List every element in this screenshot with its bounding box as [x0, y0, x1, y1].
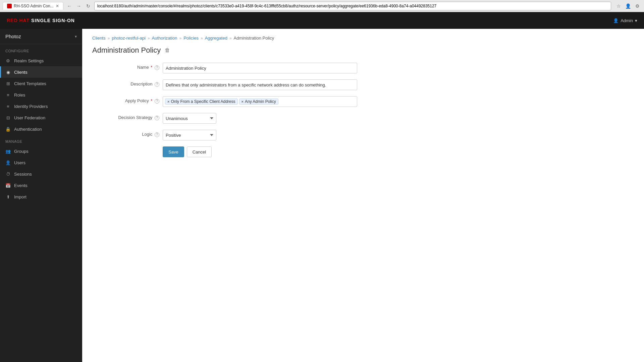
bookmark-button[interactable]: ☆: [614, 2, 623, 10]
breadcrumb-current: Administration Policy: [234, 36, 274, 41]
sidebar-item-events[interactable]: 📅 Events: [0, 180, 82, 191]
reload-button[interactable]: ↻: [84, 2, 92, 10]
breadcrumb-aggregated[interactable]: Aggregated: [205, 36, 227, 41]
sidebar-item-clients[interactable]: ◉ Clients: [0, 66, 82, 78]
browser-tab[interactable]: RH-SSO Admin Con... ✕: [3, 2, 63, 10]
clients-icon: ◉: [5, 69, 11, 75]
content-area: Clients » photoz-restful-api » Authoriza…: [82, 29, 644, 362]
close-tab-button[interactable]: ✕: [56, 4, 59, 8]
breadcrumb-photoz-api[interactable]: photoz-restful-api: [112, 36, 145, 41]
name-field-group: Name * ?: [92, 63, 634, 73]
realm-settings-icon: ⚙: [5, 58, 11, 63]
tag-client-address-label: Only From a Specific Client Address: [171, 99, 235, 104]
profile-button[interactable]: 👤: [624, 2, 632, 10]
apply-policy-field-group: Apply Policy * ? × Only From a Specific …: [92, 96, 634, 107]
breadcrumb-sep-5: »: [229, 36, 232, 41]
breadcrumb-sep-4: »: [201, 36, 203, 41]
user-icon: 👤: [613, 18, 619, 23]
tab-title: RH-SSO Admin Con...: [14, 4, 54, 8]
apply-policy-help-icon[interactable]: ?: [155, 99, 159, 104]
app-container: RED HAT SINGLE SIGN-ON 👤 Admin ▾ Photoz …: [0, 12, 644, 362]
description-label: Description ?: [92, 79, 159, 87]
sidebar-item-sessions-label: Sessions: [14, 172, 32, 177]
back-button[interactable]: ←: [65, 2, 73, 10]
extensions-button[interactable]: ⚙: [633, 2, 641, 10]
favicon: [7, 4, 12, 8]
logic-select[interactable]: Positive Negative: [163, 130, 216, 140]
logic-help-icon[interactable]: ?: [155, 132, 159, 137]
decision-strategy-field-group: Decision Strategy ? Unanimous Affirmativ…: [92, 113, 634, 124]
sidebar-item-identity-providers[interactable]: ≡ Identity Providers: [0, 101, 82, 112]
sidebar-item-client-templates[interactable]: ⊞ Client Templates: [0, 78, 82, 89]
decision-strategy-label: Decision Strategy ?: [92, 113, 159, 120]
form-buttons: Save Cancel: [163, 146, 634, 157]
description-field-group: Description ?: [92, 79, 634, 90]
brand-logo: RED HAT SINGLE SIGN-ON: [7, 18, 75, 23]
name-help-icon[interactable]: ?: [155, 65, 159, 70]
user-menu[interactable]: 👤 Admin ▾: [613, 18, 637, 23]
user-federation-icon: ⊟: [5, 115, 11, 120]
sidebar: Photoz ▾ Configure ⚙ Realm Settings ◉ Cl…: [0, 29, 82, 362]
users-icon: 👤: [5, 160, 11, 165]
authentication-icon: 🔒: [5, 126, 11, 132]
user-label: Admin: [621, 18, 633, 23]
delete-policy-button[interactable]: 🗑: [165, 47, 170, 53]
description-input[interactable]: [163, 79, 357, 90]
realm-name: Photoz: [5, 34, 21, 39]
sidebar-item-import[interactable]: ⬆ Import: [0, 191, 82, 202]
breadcrumb-sep-3: »: [179, 36, 181, 41]
sidebar-item-user-federation[interactable]: ⊟ User Federation: [0, 112, 82, 123]
decision-strategy-help-icon[interactable]: ?: [155, 116, 159, 120]
sidebar-item-users-label: Users: [14, 160, 25, 165]
logic-label: Logic ?: [92, 130, 159, 137]
import-icon: ⬆: [5, 194, 11, 199]
sidebar-item-user-federation-label: User Federation: [14, 115, 45, 120]
sidebar-item-roles[interactable]: ≡ Roles: [0, 89, 82, 101]
apply-policy-required-star: *: [151, 98, 152, 103]
groups-icon: 👥: [5, 148, 11, 154]
name-input[interactable]: [163, 63, 357, 73]
tag-client-address: × Only From a Specific Client Address: [165, 99, 238, 105]
sessions-icon: ⏱: [5, 171, 11, 177]
identity-providers-icon: ≡: [5, 104, 11, 109]
main-layout: Photoz ▾ Configure ⚙ Realm Settings ◉ Cl…: [0, 29, 644, 362]
top-header: RED HAT SINGLE SIGN-ON 👤 Admin ▾: [0, 12, 644, 29]
realm-selector[interactable]: Photoz ▾: [0, 29, 82, 44]
url-bar[interactable]: [94, 2, 611, 10]
breadcrumb-sep-2: »: [148, 36, 150, 41]
page-title: Administration Policy: [92, 46, 161, 55]
logic-field-group: Logic ? Positive Negative: [92, 130, 634, 140]
roles-icon: ≡: [5, 92, 11, 98]
breadcrumb-sep-1: »: [108, 36, 110, 41]
save-button[interactable]: Save: [163, 146, 184, 157]
sidebar-item-roles-label: Roles: [14, 93, 25, 98]
breadcrumb-policies[interactable]: Policies: [183, 36, 199, 41]
sidebar-item-client-templates-label: Client Templates: [14, 81, 46, 86]
sidebar-item-authentication[interactable]: 🔒 Authentication: [0, 123, 82, 135]
sidebar-item-clients-label: Clients: [14, 70, 28, 75]
user-dropdown-arrow: ▾: [635, 18, 637, 23]
forward-button[interactable]: →: [75, 2, 83, 10]
decision-strategy-select[interactable]: Unanimous Affirmative Consensus: [163, 113, 216, 124]
sidebar-item-identity-providers-label: Identity Providers: [14, 104, 48, 109]
sidebar-item-authentication-label: Authentication: [14, 127, 42, 132]
breadcrumb-authorization[interactable]: Authorization: [152, 36, 177, 41]
tag-admin-policy-label: Any Admin Policy: [245, 99, 276, 104]
tag-client-address-remove[interactable]: ×: [167, 100, 169, 104]
cancel-button[interactable]: Cancel: [187, 146, 212, 157]
sidebar-item-events-label: Events: [14, 183, 28, 188]
browser-navigation: ← → ↻: [65, 2, 92, 10]
sidebar-item-groups[interactable]: 👥 Groups: [0, 145, 82, 157]
browser-action-buttons: ☆ 👤 ⚙: [614, 2, 641, 10]
description-help-icon[interactable]: ?: [155, 82, 159, 87]
sidebar-item-realm-settings[interactable]: ⚙ Realm Settings: [0, 55, 82, 66]
breadcrumb-clients[interactable]: Clients: [92, 36, 106, 41]
sidebar-item-users[interactable]: 👤 Users: [0, 157, 82, 168]
sidebar-item-groups-label: Groups: [14, 149, 29, 154]
sidebar-item-realm-settings-label: Realm Settings: [14, 58, 44, 63]
apply-policy-tags-container[interactable]: × Only From a Specific Client Address × …: [163, 96, 357, 107]
configure-section-label: Configure: [0, 44, 82, 55]
sidebar-item-sessions[interactable]: ⏱ Sessions: [0, 168, 82, 180]
tag-admin-policy-remove[interactable]: ×: [241, 100, 244, 104]
client-templates-icon: ⊞: [5, 81, 11, 86]
